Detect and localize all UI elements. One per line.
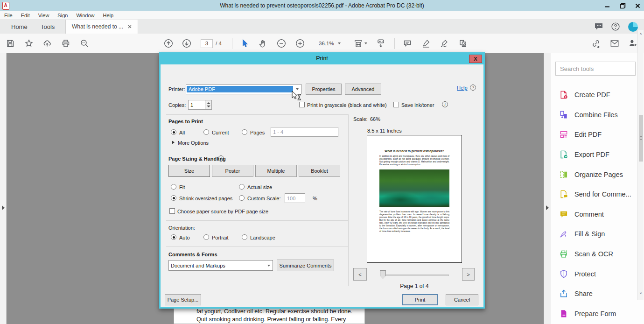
menu-help[interactable]: Help xyxy=(99,13,118,18)
more-options-expand-icon[interactable] xyxy=(172,141,175,144)
menu-sign[interactable]: Sign xyxy=(53,13,72,18)
minimize-button[interactable] xyxy=(604,2,611,9)
orientation-auto-radio[interactable] xyxy=(171,234,176,240)
menu-window[interactable]: Window xyxy=(72,13,98,18)
stamp-tool-icon[interactable] xyxy=(458,39,468,48)
zoom-level-value[interactable]: 36.1% xyxy=(319,41,334,46)
print-icon[interactable] xyxy=(61,39,70,48)
help-question-circle-icon[interactable]: ? xyxy=(470,85,476,91)
add-people-icon[interactable] xyxy=(628,38,638,49)
sidebar-item-share[interactable]: Share xyxy=(551,284,637,304)
zoom-in-icon[interactable] xyxy=(295,38,305,49)
menu-edit[interactable]: Edit xyxy=(17,13,34,18)
save-ink-checkbox[interactable] xyxy=(393,102,399,107)
hand-tool-icon[interactable] xyxy=(259,39,268,48)
copies-input[interactable]: 1 xyxy=(188,100,205,110)
previous-page-icon[interactable] xyxy=(163,38,174,49)
size-button[interactable]: Size xyxy=(168,165,210,177)
page-setup-button[interactable]: Page Setup... xyxy=(165,294,201,305)
sidebar-item-organize-pages[interactable]: Organize Pages xyxy=(551,164,637,184)
custom-scale-radio[interactable] xyxy=(239,195,245,201)
grayscale-checkbox[interactable] xyxy=(299,102,305,107)
help-question-icon[interactable] xyxy=(611,22,621,32)
orientation-landscape-radio[interactable] xyxy=(242,234,247,240)
sidebar-scrollbar[interactable]: ˄ ˅ xyxy=(637,30,644,300)
page-range-input[interactable]: 1 - 4 xyxy=(271,127,338,137)
more-options-label[interactable]: More Options xyxy=(178,140,209,146)
sidebar-item-comment[interactable]: Comment xyxy=(551,204,637,225)
orientation-portrait-radio[interactable] xyxy=(203,234,209,240)
fit-width-icon[interactable] xyxy=(353,38,364,49)
fit-dropdown-icon[interactable] xyxy=(364,42,367,44)
printer-select-caret-icon[interactable] xyxy=(294,88,301,90)
dialog-close-button[interactable]: X xyxy=(469,55,482,63)
email-icon[interactable] xyxy=(609,38,620,49)
sidebar-item-protect[interactable]: Protect xyxy=(551,264,637,284)
tab-close-icon[interactable] xyxy=(128,25,132,28)
tab-document[interactable]: What is needed to ... xyxy=(65,20,138,34)
next-page-icon[interactable] xyxy=(182,38,192,49)
scrolling-mode-icon[interactable] xyxy=(376,38,386,49)
tools-pane-toggle-icon[interactable] xyxy=(546,205,549,210)
booklet-button[interactable]: Booklet xyxy=(299,165,340,177)
print-button[interactable]: Print xyxy=(402,294,438,305)
print-dialog-titlebar[interactable]: Print X xyxy=(161,54,483,64)
preview-prev-button[interactable]: < xyxy=(353,268,367,281)
custom-scale-input[interactable]: 100 xyxy=(285,193,305,203)
page-number-input[interactable]: 3 xyxy=(201,39,213,48)
scroll-up-icon[interactable]: ˄ xyxy=(638,31,644,37)
menu-view[interactable]: View xyxy=(34,13,54,18)
advanced-button[interactable]: Advanced xyxy=(345,84,381,95)
save-ink-info-icon[interactable]: i xyxy=(442,101,448,107)
fit-radio[interactable] xyxy=(171,184,176,190)
restore-button[interactable] xyxy=(619,2,626,9)
pages-all-radio[interactable] xyxy=(171,129,176,135)
sidebar-item-export-pdf[interactable]: Export PDF xyxy=(551,145,637,165)
cancel-button[interactable]: Cancel xyxy=(446,294,478,305)
actual-size-radio[interactable] xyxy=(239,184,245,190)
help-link[interactable]: Help xyxy=(457,85,468,91)
notifications-comment-icon[interactable] xyxy=(594,22,603,31)
zoom-dropdown-icon[interactable] xyxy=(338,42,341,44)
summarize-comments-button[interactable]: Summarize Comments xyxy=(277,260,334,271)
pages-current-radio[interactable] xyxy=(203,129,209,135)
save-icon[interactable] xyxy=(6,39,15,48)
search-tools-input[interactable] xyxy=(555,62,636,76)
comment-tool-icon[interactable] xyxy=(403,39,412,48)
preview-slider-thumb[interactable] xyxy=(380,270,386,279)
highlight-tool-icon[interactable] xyxy=(421,39,431,48)
comments-forms-select[interactable]: Document and Markups xyxy=(168,260,273,271)
poster-button[interactable]: Poster xyxy=(212,165,253,177)
user-avatar[interactable] xyxy=(628,22,638,32)
page-sizing-info-icon[interactable]: i xyxy=(218,155,224,162)
star-favorites-icon[interactable] xyxy=(24,39,34,48)
search-icon[interactable] xyxy=(80,39,89,48)
sidebar-item-create-pdf[interactable]: Create PDF xyxy=(551,85,637,105)
nav-pane-toggle-icon[interactable] xyxy=(2,205,5,210)
sidebar-item-send-for-comments[interactable]: Send for Comme... xyxy=(551,184,637,204)
preview-slider-track[interactable] xyxy=(380,275,449,276)
scrollbar-thumb[interactable] xyxy=(639,115,643,162)
cloud-upload-icon[interactable] xyxy=(42,39,52,48)
sidebar-item-edit-pdf[interactable]: Edit PDF xyxy=(551,125,637,145)
multiple-button[interactable]: Multiple xyxy=(255,165,297,177)
zoom-out-icon[interactable] xyxy=(276,38,287,49)
sidebar-item-fill-sign[interactable]: Fill & Sign xyxy=(551,224,637,244)
preview-next-button[interactable]: > xyxy=(462,268,475,281)
scroll-down-icon[interactable]: ˅ xyxy=(638,290,644,297)
sidebar-item-combine-files[interactable]: Combine Files xyxy=(551,105,637,125)
link-share-icon[interactable] xyxy=(591,38,601,49)
tab-home[interactable]: Home xyxy=(6,20,33,34)
sign-tool-icon[interactable] xyxy=(440,39,449,48)
properties-button[interactable]: Properties xyxy=(306,84,342,95)
copies-spinner[interactable] xyxy=(205,100,212,110)
sidebar-item-scan-ocr[interactable]: Scan & OCR xyxy=(551,244,637,264)
pages-pages-radio[interactable] xyxy=(242,129,247,135)
select-tool-icon[interactable] xyxy=(241,39,249,48)
shrink-radio[interactable] xyxy=(171,195,176,201)
close-window-button[interactable] xyxy=(634,2,641,9)
tab-tools[interactable]: Tools xyxy=(35,20,60,34)
paper-source-checkbox[interactable] xyxy=(169,208,175,214)
sidebar-item-prepare-form[interactable]: Prepare Form xyxy=(551,304,637,324)
comments-select-caret-icon[interactable] xyxy=(265,265,273,267)
